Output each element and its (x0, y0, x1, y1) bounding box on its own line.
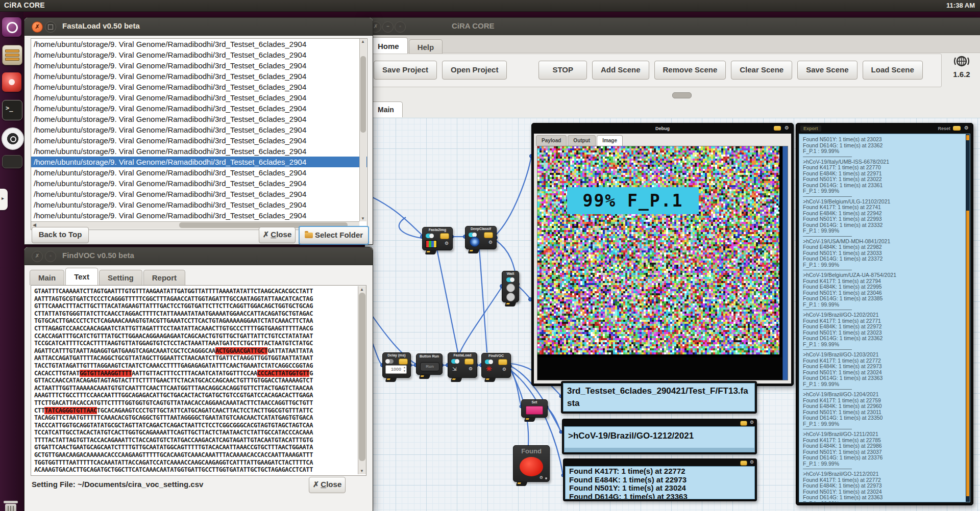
gear-icon[interactable]: ⚙ (750, 460, 754, 465)
debug-tab-payload[interactable]: Payload (536, 135, 567, 146)
node-fastaload[interactable]: FastaLoad ⇲ ⚙ (448, 352, 477, 378)
file-row[interactable]: /home/ubuntu/storage/9. Viral Genome/Ram… (31, 189, 367, 199)
file-row[interactable]: /home/ubuntu/storage/9. Viral Genome/Ram… (31, 71, 367, 82)
splitter-handle[interactable] (672, 92, 692, 98)
file-row[interactable]: /home/ubuntu/storage/9. Viral Genome/Ram… (31, 92, 367, 103)
add-scene-button[interactable]: Add Scene (592, 61, 649, 80)
stop-button[interactable]: STOP (538, 61, 587, 80)
file-row[interactable]: /home/ubuntu/storage/9. Viral Genome/Ram… (31, 124, 367, 135)
file-row[interactable]: /home/ubuntu/storage/9. Viral Genome/Ram… (31, 49, 367, 60)
tab-text[interactable]: Text (65, 268, 98, 285)
node-button[interactable] (740, 421, 747, 426)
gear-icon[interactable]: ⚙ (540, 475, 543, 480)
node-toggle[interactable] (385, 359, 394, 364)
node-toggle[interactable] (485, 360, 493, 364)
run-button[interactable]: Run (420, 362, 439, 371)
app-icon-small[interactable] (2, 155, 22, 168)
gear-icon[interactable]: ⚙ (488, 240, 493, 245)
set-button[interactable] (526, 406, 543, 415)
gear-icon[interactable]: ⚙ (785, 125, 789, 131)
node-button[interactable] (440, 233, 449, 239)
tab-main-scene[interactable]: Main (369, 101, 403, 117)
file-row[interactable]: /home/ubuntu/storage/9. Viral Genome/Ram… (31, 210, 367, 221)
node-deepclassif[interactable]: DeepClassif ⚙ (465, 226, 497, 249)
close-icon[interactable]: ✗ (32, 251, 43, 262)
node-toggle[interactable] (506, 277, 514, 282)
remove-scene-button[interactable]: Remove Scene (654, 61, 726, 80)
delay-value-stepper[interactable]: 1000▲▼ (385, 365, 407, 374)
node-canvas[interactable]: Fasta2img ⚙ DeepClassif ⚙ Wait Delay (ms… (365, 118, 980, 511)
file-row[interactable]: /home/ubuntu/storage/9. Viral Genome/Ram… (31, 167, 367, 178)
node-button[interactable] (953, 126, 961, 131)
select-folder-button[interactable]: Select Folder (299, 226, 369, 245)
tab-setting[interactable]: Setting (99, 270, 142, 285)
save-project-button[interactable]: Save Project (374, 61, 437, 80)
file-row[interactable]: /home/ubuntu/storage/9. Viral Genome/Ram… (31, 146, 367, 157)
debug-tab-image[interactable]: Image (597, 135, 623, 146)
app-icon-red[interactable] (2, 72, 21, 92)
node-button-run[interactable]: Button Run Run (416, 353, 443, 375)
main-minimize-icon[interactable]: – (382, 21, 394, 33)
close-icon[interactable]: ✗ (32, 21, 43, 33)
node-toggle[interactable] (426, 234, 434, 238)
node-button[interactable] (740, 461, 747, 466)
ciracore-launcher-icon[interactable] (2, 127, 24, 150)
file-row[interactable]: /home/ubuntu/storage/9. Viral Genome/Ram… (31, 178, 367, 189)
menu-tab-help[interactable]: Help (409, 39, 443, 55)
sequence-vscrollbar[interactable]: ▲▼ (358, 286, 366, 474)
main-window-titlebar[interactable]: ✗ – ▫ CiRA CORE (365, 18, 980, 35)
main-maximize-icon[interactable]: ▫ (395, 21, 406, 33)
node-button[interactable] (464, 359, 474, 365)
node-fasta2img[interactable]: Fasta2img ⚙ (422, 227, 453, 250)
file-row[interactable]: /home/ubuntu/storage/9. Viral Genome/Ram… (31, 157, 367, 167)
gear-icon[interactable]: ⚙ (750, 420, 754, 425)
debug-title[interactable]: Debug (533, 124, 792, 133)
file-row[interactable]: /home/ubuntu/storage/9. Viral Genome/Ram… (31, 135, 367, 146)
findvoc-titlebar[interactable]: ✗ ▫ FindVOC v0.50 beta (24, 247, 373, 265)
gear-icon[interactable]: ⚙ (445, 241, 449, 246)
node-button[interactable] (774, 126, 781, 131)
menu-tab-home[interactable]: Home (369, 37, 408, 55)
export-scrollbar[interactable] (966, 134, 970, 502)
debug-image-scrollbar[interactable] (782, 146, 788, 380)
node-delay[interactable]: Delay (ms) 1000▲▼ (382, 352, 411, 378)
close-button[interactable]: ✗Close (259, 227, 296, 243)
back-to-top-button[interactable]: Back to Top (32, 227, 89, 243)
node-button[interactable] (484, 232, 493, 238)
file-row[interactable]: /home/ubuntu/storage/9. Viral Genome/Ram… (31, 60, 367, 71)
node-wait[interactable]: Wait (502, 271, 519, 302)
file-row[interactable]: /home/ubuntu/storage/9. Viral Genome/Ram… (31, 103, 367, 114)
save-scene-button[interactable]: Save Scene (797, 61, 857, 80)
sequence-text-area[interactable]: GTAATTTCAAAAATCTTAGTGAATTTGTGTTTAAGAATAT… (31, 285, 366, 476)
clear-scene-button[interactable]: Clear Scene (731, 61, 792, 80)
tab-main[interactable]: Main (30, 270, 64, 285)
file-list-vscrollbar[interactable]: ▲▼ (359, 39, 366, 221)
node-button[interactable] (399, 359, 408, 365)
file-row[interactable]: /home/ubuntu/storage/9. Viral Genome/Ram… (31, 114, 367, 124)
terminal-icon[interactable]: >_ (2, 100, 22, 120)
file-list[interactable]: /home/ubuntu/storage/9. Viral Genome/Ram… (31, 38, 368, 230)
node-found[interactable]: Found ⚙ (513, 445, 550, 482)
ubuntu-dash-icon[interactable] (2, 17, 21, 37)
files-archive-icon[interactable] (2, 45, 22, 65)
display-hscrollbar[interactable] (565, 448, 754, 452)
node-toggle[interactable] (451, 359, 459, 364)
gear-icon[interactable]: ⚙ (469, 367, 473, 371)
launcher-expander-arrow[interactable]: ▸ (0, 189, 8, 210)
fastaload-titlebar[interactable]: ✗ FastaLoad v0.50 beta (24, 18, 373, 36)
minimize-icon[interactable]: ▫ (45, 251, 56, 262)
load-scene-button[interactable]: Load Scene (863, 61, 923, 80)
gear-icon[interactable]: ⚙ (964, 125, 969, 131)
minimize-icon[interactable] (45, 21, 56, 33)
trash-icon[interactable] (3, 500, 20, 511)
tab-report[interactable]: Report (143, 270, 185, 285)
node-findvoc[interactable]: FindVOC ✳ ⚙ (481, 353, 511, 378)
gear-icon[interactable]: ⚙ (502, 367, 506, 372)
file-row[interactable]: /home/ubuntu/storage/9. Viral Genome/Ram… (31, 82, 367, 92)
close-button[interactable]: ✗Close (309, 477, 346, 493)
file-row[interactable]: /home/ubuntu/storage/9. Viral Genome/Ram… (31, 39, 367, 49)
open-project-button[interactable]: Open Project (442, 61, 507, 80)
node-button[interactable] (498, 359, 507, 365)
debug-tab-output[interactable]: Output (568, 135, 596, 146)
node-set[interactable]: Set (521, 399, 548, 418)
